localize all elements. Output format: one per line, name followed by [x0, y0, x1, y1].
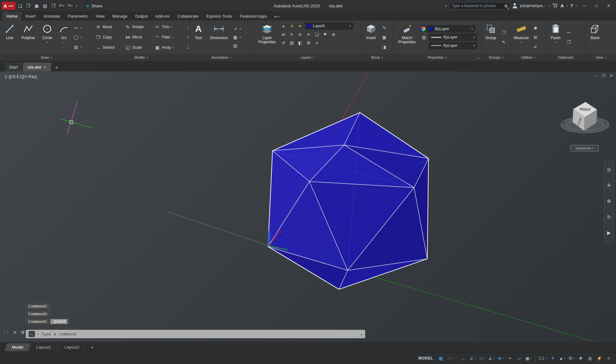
- ribbon-tab-express-tools[interactable]: Express Tools: [203, 12, 236, 21]
- panel-annotation-label[interactable]: Annotation▾: [189, 54, 253, 61]
- ungroup-icon[interactable]: ❒: [500, 29, 507, 36]
- lineweight-toggle[interactable]: ━: [506, 354, 514, 362]
- isodraft-toggle[interactable]: ◇▾: [478, 354, 486, 362]
- recent-commands-caret-icon[interactable]: ▾: [37, 333, 39, 336]
- search-icon[interactable]: [505, 4, 508, 7]
- user-avatar-icon[interactable]: [512, 3, 517, 8]
- panel-block-label[interactable]: Block▾: [361, 54, 393, 61]
- panel-clipboard-label[interactable]: Clipboard: [546, 54, 585, 61]
- polyline-button[interactable]: Polyline: [19, 21, 38, 53]
- ribbon-tab-annotate[interactable]: Annotate: [39, 12, 64, 21]
- ortho-toggle[interactable]: ∟: [459, 354, 467, 362]
- arc-button[interactable]: Arc ▾: [56, 21, 71, 53]
- help-button[interactable]: ?: [570, 3, 573, 8]
- viewcube[interactable]: W S E RIGHT BOTTOM: [554, 94, 615, 145]
- user-menu-caret-icon[interactable]: ▾: [548, 4, 550, 7]
- tab-layout1[interactable]: Layout1: [29, 343, 58, 351]
- erase-icon[interactable]: ✖: [186, 24, 189, 31]
- drawing-minimize-icon[interactable]: ─: [594, 73, 597, 78]
- scale-caret-icon[interactable]: ▾: [545, 357, 546, 360]
- minimize-button[interactable]: ─: [579, 2, 589, 10]
- object-snap-toggle[interactable]: ⊕▾: [496, 354, 505, 362]
- trim-button[interactable]: ✂Trim▾: [153, 22, 184, 32]
- array-caret-icon[interactable]: ▾: [173, 46, 174, 49]
- workspace-switcher[interactable]: ⚙▾: [567, 354, 576, 362]
- undo-button[interactable]: ↶▾: [58, 2, 65, 10]
- arc-caret-icon[interactable]: ▾: [63, 41, 65, 44]
- base-button[interactable]: Base: [587, 21, 603, 53]
- command-line-bar[interactable]: ▸_ ▾ ▴: [26, 330, 365, 338]
- close-button[interactable]: ✕: [604, 2, 613, 10]
- layer-edit-icon[interactable]: ✎: [288, 31, 295, 38]
- mirror-button[interactable]: ⋈Mirror: [124, 32, 153, 42]
- viewcube-south-label[interactable]: S: [582, 132, 585, 137]
- icosahedron-solid[interactable]: [268, 113, 429, 289]
- snap-caret-icon[interactable]: ▾: [451, 357, 453, 360]
- panel-view-label[interactable]: View▾: [586, 54, 616, 61]
- drawing-close-icon[interactable]: ✕: [610, 73, 613, 78]
- tab-model[interactable]: Model: [4, 343, 30, 351]
- object-snap-tracking-toggle[interactable]: ∡▾: [487, 354, 495, 362]
- viewcube-west-label[interactable]: W: [561, 120, 565, 124]
- ribbon-tab-manage[interactable]: Manage: [108, 12, 131, 21]
- layer-bulb-icon[interactable]: ●: [280, 22, 287, 30]
- layer-prev-icon[interactable]: ↺: [280, 39, 287, 46]
- paste-button[interactable]: Paste ▾: [547, 21, 564, 53]
- named-view-dropdown[interactable]: Unnamed ▾: [570, 145, 599, 151]
- maximize-button[interactable]: □: [592, 2, 601, 10]
- orbit-icon[interactable]: ↻: [605, 213, 613, 221]
- properties-dialog-launcher-icon[interactable]: ↘: [477, 56, 480, 59]
- layer-list-icon[interactable]: ≡: [313, 39, 320, 46]
- app-menu-button[interactable]: A CAD: [2, 2, 15, 10]
- fillet-caret-icon[interactable]: ▾: [171, 36, 173, 39]
- insert-button[interactable]: Insert: [363, 21, 379, 53]
- panel-draw-label[interactable]: Draw▾: [0, 54, 93, 61]
- rectangle-caret-icon[interactable]: ▾: [81, 26, 82, 29]
- text-button[interactable]: A Text: [191, 21, 206, 53]
- layer-walk-icon[interactable]: ⊞: [305, 39, 312, 46]
- explode-icon[interactable]: ✳: [186, 34, 189, 41]
- cycling-caret-icon[interactable]: ▾: [530, 357, 532, 360]
- rotate-button[interactable]: ↻Rotate: [124, 22, 153, 32]
- annotation-visibility-toggle[interactable]: ✶: [549, 354, 557, 362]
- fillet-button[interactable]: ◠Fillet▾: [153, 32, 184, 42]
- polar-caret-icon[interactable]: ▾: [474, 357, 476, 360]
- help-caret-icon[interactable]: ▾: [576, 4, 577, 7]
- pan-icon[interactable]: ✛: [605, 182, 613, 190]
- viewport-visual-style-control[interactable]: [X-Ray]: [23, 74, 37, 79]
- ribbon-tab-parametric[interactable]: Parametric: [64, 12, 92, 21]
- panel-groups-label[interactable]: Groups▾: [482, 54, 510, 61]
- scale-button[interactable]: ◱Scale: [124, 42, 153, 53]
- drawing-restore-icon[interactable]: ❐: [602, 73, 605, 78]
- search-input[interactable]: [452, 4, 503, 8]
- workspace-caret-icon[interactable]: ▾: [573, 357, 574, 360]
- app-menu-caret-icon[interactable]: ▾: [566, 4, 568, 7]
- layer-sun-icon[interactable]: ☀: [288, 22, 295, 30]
- viewport-menu-control[interactable]: [−]: [5, 74, 10, 79]
- measure-caret-icon[interactable]: ▾: [521, 41, 522, 44]
- move-button[interactable]: ✛Move: [94, 22, 124, 32]
- tab-layout2[interactable]: Layout2: [57, 343, 86, 351]
- model-space-canvas[interactable]: [0, 72, 616, 342]
- command-line-close-icon[interactable]: ✕: [13, 330, 17, 335]
- block-edit-icon[interactable]: ✎: [381, 24, 388, 31]
- cut-icon[interactable]: ✂: [565, 29, 572, 36]
- annotation-scale-control[interactable]: 1:1▾: [537, 356, 548, 360]
- viewport-view-control[interactable]: [OLE1]: [10, 74, 23, 79]
- layer-select[interactable]: Layer5 ▾: [305, 22, 353, 30]
- layer-on-icon[interactable]: ☀: [305, 31, 312, 38]
- snap-toggle[interactable]: ∷▾: [446, 354, 454, 362]
- autodesk-app-icon[interactable]: A: [560, 3, 564, 8]
- share-button[interactable]: ➤ Share: [84, 4, 105, 8]
- group-button[interactable]: Group: [483, 21, 499, 53]
- ribbon-tab-addins[interactable]: Add-ins: [152, 12, 173, 21]
- offset-icon[interactable]: ❑: [186, 43, 189, 50]
- new-drawing-tab-button[interactable]: +: [53, 64, 61, 72]
- group-edit-icon[interactable]: ✎: [500, 38, 507, 46]
- trim-caret-icon[interactable]: ▾: [171, 26, 172, 29]
- linetype-select[interactable]: ByLayer ▾: [429, 42, 477, 49]
- command-input[interactable]: [41, 332, 359, 336]
- object-color-select[interactable]: ByLayer ▾: [427, 25, 475, 32]
- layer-properties-button[interactable]: Layer Properties: [255, 21, 279, 53]
- polar-tracking-toggle[interactable]: ∠▾: [468, 354, 477, 362]
